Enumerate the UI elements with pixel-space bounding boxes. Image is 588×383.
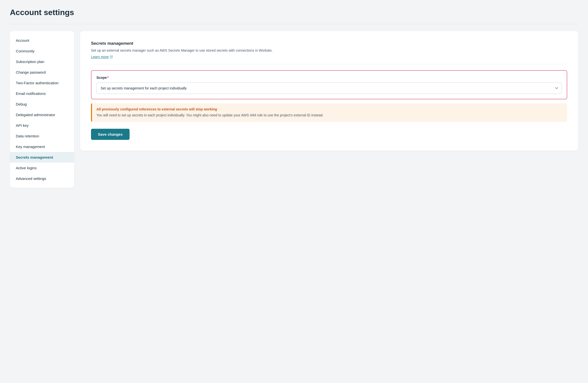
warning-text: You will need to set up secrets in each … (96, 113, 563, 118)
scope-box: Scope* Set up secrets management for eac… (91, 70, 567, 99)
page-title: Account settings (10, 8, 578, 17)
scope-label: Scope* (96, 76, 562, 80)
sidebar-item-delegated-administrator[interactable]: Delegated administrator (10, 109, 74, 120)
sidebar-item-email-notifications[interactable]: Email notifications (10, 88, 74, 99)
warning-box: All previously configured references to … (91, 103, 567, 122)
learn-more-link[interactable]: Learn more (91, 55, 113, 59)
sidebar-item-two-factor[interactable]: Two-Factor authentication (10, 78, 74, 88)
sidebar-item-secrets-management[interactable]: Secrets management (10, 152, 74, 163)
save-changes-button[interactable]: Save changes (91, 129, 130, 140)
sidebar-item-active-logins[interactable]: Active logins (10, 163, 74, 173)
sidebar: AccountCommunitySubscription planChange … (10, 31, 74, 188)
main-content-panel: Secrets management Set up an external se… (80, 31, 578, 151)
sidebar-item-data-retention[interactable]: Data retention (10, 131, 74, 141)
sidebar-item-community[interactable]: Community (10, 46, 74, 56)
sidebar-item-key-management[interactable]: Key management (10, 141, 74, 152)
sidebar-item-debug[interactable]: Debug (10, 99, 74, 109)
sidebar-item-change-password[interactable]: Change password (10, 67, 74, 78)
section-description: Set up an external secrets manager such … (91, 48, 567, 53)
section-title: Secrets management (91, 41, 567, 46)
content-divider (91, 64, 567, 64)
sidebar-item-advanced-settings[interactable]: Advanced settings (10, 173, 74, 184)
header-divider (10, 24, 578, 24)
external-link-icon (110, 55, 113, 58)
sidebar-item-subscription-plan[interactable]: Subscription plan (10, 56, 74, 67)
warning-title: All previously configured references to … (96, 107, 563, 111)
main-layout: AccountCommunitySubscription planChange … (10, 31, 578, 188)
scope-select[interactable]: Set up secrets management for each proje… (96, 83, 562, 94)
sidebar-item-api-key[interactable]: API key (10, 120, 74, 131)
sidebar-item-account[interactable]: Account (10, 35, 74, 46)
